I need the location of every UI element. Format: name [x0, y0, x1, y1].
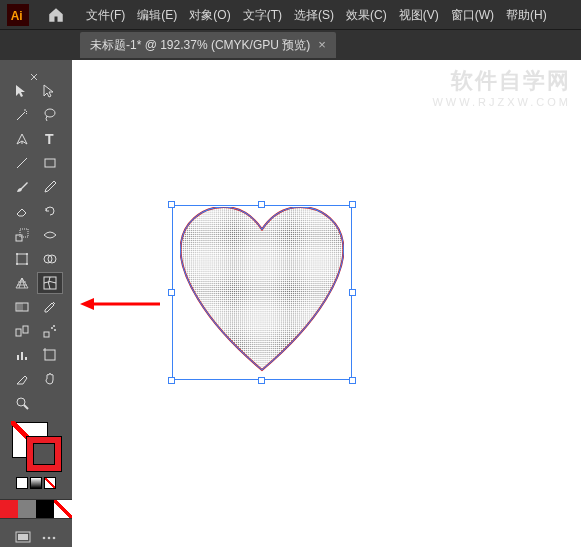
selection-tool[interactable]: [9, 80, 35, 102]
home-button[interactable]: [42, 1, 70, 29]
width-tool[interactable]: [37, 224, 63, 246]
svg-rect-15: [44, 277, 56, 289]
type-tool[interactable]: T: [37, 128, 63, 150]
menu-edit[interactable]: 编辑(E): [131, 0, 183, 30]
svg-point-12: [26, 263, 28, 265]
menu-view[interactable]: 视图(V): [393, 0, 445, 30]
perspective-grid-tool[interactable]: [9, 272, 35, 294]
symbol-sprayer-tool[interactable]: [37, 320, 63, 342]
line-tool[interactable]: [9, 152, 35, 174]
heart-shape[interactable]: [180, 207, 344, 375]
watermark: 软件自学网 WWW.RJZXW.COM: [432, 66, 571, 108]
zoom-tool[interactable]: [9, 392, 35, 414]
slice-tool[interactable]: [9, 368, 35, 390]
free-transform-tool[interactable]: [9, 248, 35, 270]
watermark-main: 软件自学网: [432, 66, 571, 96]
document-tab[interactable]: 未标题-1* @ 192.37% (CMYK/GPU 预览) ×: [80, 32, 336, 58]
handle-bot-mid[interactable]: [258, 377, 265, 384]
draw-normal[interactable]: [0, 500, 18, 518]
toolbar-toggle[interactable]: [29, 66, 43, 74]
draw-behind[interactable]: [18, 500, 36, 518]
tools-panel: T: [0, 60, 72, 547]
screen-mode-button[interactable]: [12, 529, 34, 547]
svg-point-2: [45, 109, 55, 117]
document-tab-bar: 未标题-1* @ 192.37% (CMYK/GPU 预览) ×: [0, 30, 581, 60]
fill-stroke-swatch[interactable]: [8, 422, 64, 471]
top-menu-bar: Ai 文件(F) 编辑(E) 对象(O) 文字(T) 选择(S) 效果(C) 视…: [0, 0, 581, 30]
blend-tool[interactable]: [9, 320, 35, 342]
menu-type[interactable]: 文字(T): [237, 0, 288, 30]
app-logo: Ai: [0, 0, 36, 30]
color-mode-solid[interactable]: [16, 477, 28, 489]
rotate-tool[interactable]: [37, 200, 63, 222]
svg-rect-17: [16, 329, 21, 336]
artboard-tool[interactable]: [37, 344, 63, 366]
svg-line-30: [24, 405, 28, 409]
svg-rect-7: [20, 229, 28, 237]
color-mode-gradient[interactable]: [30, 477, 42, 489]
draw-modes-row: [0, 499, 73, 519]
magic-wand-tool[interactable]: [9, 104, 35, 126]
handle-bot-right[interactable]: [349, 377, 356, 384]
svg-rect-19: [44, 332, 49, 337]
svg-marker-39: [80, 298, 94, 310]
svg-rect-24: [21, 352, 23, 360]
svg-point-20: [51, 327, 53, 329]
svg-rect-5: [45, 159, 55, 167]
watermark-sub: WWW.RJZXW.COM: [432, 96, 571, 108]
eyedropper-tool[interactable]: [37, 296, 63, 318]
svg-point-21: [54, 329, 56, 331]
annotation-arrow: [80, 297, 160, 311]
svg-rect-32: [18, 534, 28, 540]
color-mode-row: [16, 477, 56, 489]
rectangle-tool[interactable]: [37, 152, 63, 174]
mesh-tool[interactable]: [37, 272, 63, 294]
color-mode-none[interactable]: [44, 477, 56, 489]
shape-builder-tool[interactable]: [37, 248, 63, 270]
menu-help[interactable]: 帮助(H): [500, 0, 553, 30]
menu-select[interactable]: 选择(S): [288, 0, 340, 30]
svg-point-29: [17, 398, 25, 406]
selection-bounding-box[interactable]: [172, 205, 352, 380]
menu-effect[interactable]: 效果(C): [340, 0, 393, 30]
direct-selection-tool[interactable]: [37, 80, 63, 102]
svg-point-35: [53, 537, 56, 540]
svg-rect-23: [17, 355, 19, 360]
handle-mid-left[interactable]: [168, 289, 175, 296]
svg-point-34: [48, 537, 51, 540]
paintbrush-tool[interactable]: [9, 176, 35, 198]
draw-none[interactable]: [54, 500, 72, 518]
tab-title: 未标题-1* @ 192.37% (CMYK/GPU 预览): [90, 32, 310, 58]
eraser-tool[interactable]: [9, 200, 35, 222]
tab-close-button[interactable]: ×: [318, 32, 326, 58]
gradient-tool[interactable]: [9, 296, 35, 318]
column-graph-tool[interactable]: [9, 344, 35, 366]
pen-tool[interactable]: [9, 128, 35, 150]
svg-rect-18: [23, 326, 28, 333]
handle-top-right[interactable]: [349, 201, 356, 208]
svg-rect-25: [25, 357, 27, 360]
svg-point-9: [16, 253, 18, 255]
handle-mid-right[interactable]: [349, 289, 356, 296]
stroke-color-box[interactable]: [26, 436, 62, 472]
hand-tool[interactable]: [37, 368, 63, 390]
draw-inside[interactable]: [36, 500, 54, 518]
svg-text:Ai: Ai: [11, 8, 23, 22]
svg-point-10: [26, 253, 28, 255]
svg-text:T: T: [45, 131, 54, 147]
empty-tool-slot: [37, 392, 63, 414]
svg-rect-26: [45, 350, 55, 360]
menu-file[interactable]: 文件(F): [80, 0, 131, 30]
svg-rect-6: [16, 235, 22, 241]
scale-tool[interactable]: [9, 224, 35, 246]
pencil-tool[interactable]: [37, 176, 63, 198]
menu-window[interactable]: 窗口(W): [445, 0, 500, 30]
handle-bot-left[interactable]: [168, 377, 175, 384]
menu-object[interactable]: 对象(O): [183, 0, 236, 30]
svg-line-4: [17, 158, 27, 168]
screen-mode-row: [12, 529, 60, 547]
edit-toolbar-button[interactable]: [38, 529, 60, 547]
lasso-tool[interactable]: [37, 104, 63, 126]
svg-point-11: [16, 263, 18, 265]
handle-top-left[interactable]: [168, 201, 175, 208]
